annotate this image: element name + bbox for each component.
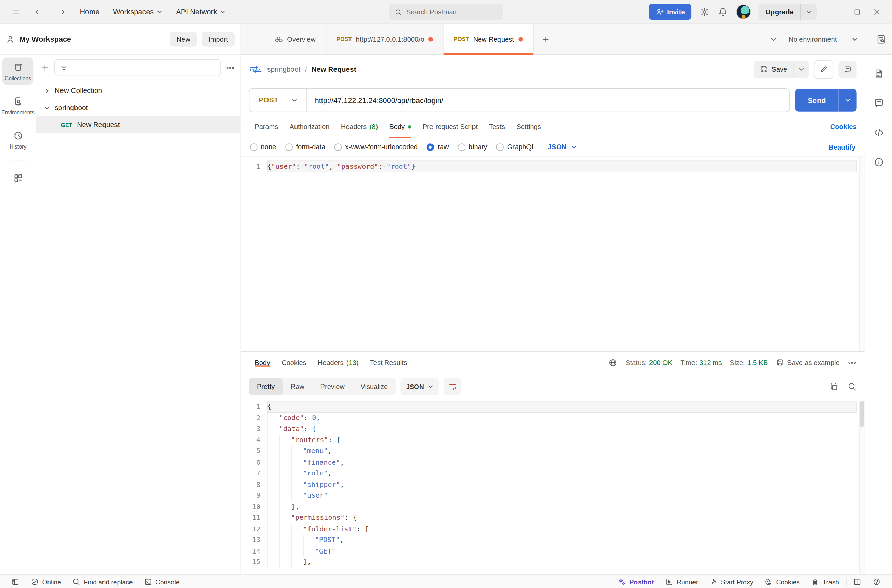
wrap-lines-button[interactable] <box>444 378 461 395</box>
beautify-link[interactable]: Beautify <box>829 143 856 151</box>
sidebar-item-collections[interactable]: Collections <box>2 57 34 85</box>
code-line[interactable]: 12"folder-list": [ <box>241 524 865 535</box>
code-line[interactable]: 6"finance", <box>241 457 865 468</box>
nav-api-network[interactable]: API Network <box>171 4 230 19</box>
workspace-switcher[interactable]: My Workspace <box>6 34 165 44</box>
main-menu-button[interactable] <box>7 4 25 19</box>
code-line[interactable]: 14"GET" <box>241 546 865 557</box>
body-type-x-www-form-urlencoded[interactable]: x-www-form-urlencoded <box>335 143 418 151</box>
code-line[interactable]: 5"menu", <box>241 446 865 457</box>
environment-quick-look-icon[interactable] <box>876 34 886 44</box>
back-button[interactable] <box>30 4 48 19</box>
two-pane-view-button[interactable] <box>848 578 867 585</box>
environment-selector[interactable]: No environment <box>783 35 864 43</box>
editor-scrollbar[interactable] <box>859 157 865 352</box>
response-language-selector[interactable]: JSON <box>400 378 439 395</box>
tab-headers[interactable]: Headers (8) <box>335 116 384 138</box>
code-line[interactable]: 2"code": 0, <box>241 412 865 424</box>
info-icon[interactable] <box>874 157 884 167</box>
code-line[interactable]: 9"user" <box>241 490 865 502</box>
tab-overview[interactable]: Overview <box>264 24 326 54</box>
notifications-bell-icon[interactable] <box>718 7 728 17</box>
send-button[interactable]: Send <box>795 89 838 112</box>
import-button[interactable]: Import <box>201 32 235 46</box>
save-as-example-button[interactable]: Save as example <box>776 358 840 366</box>
cookies-button[interactable]: Cookies <box>759 578 806 585</box>
rename-button[interactable] <box>814 61 833 78</box>
tree-item-new-collection[interactable]: New Collection <box>36 82 240 99</box>
console-button[interactable]: Console <box>138 578 185 585</box>
tab-params[interactable]: Params <box>249 116 284 138</box>
sidebar-item-more-blocks[interactable] <box>2 169 34 187</box>
response-size[interactable]: Size: 1.5 KB <box>730 358 767 366</box>
response-more-actions-icon[interactable] <box>848 358 857 368</box>
view-pretty-active[interactable]: Pretty <box>249 378 283 395</box>
copy-icon[interactable] <box>829 382 839 392</box>
view-raw[interactable]: Raw <box>283 378 312 395</box>
url-input[interactable] <box>307 89 789 112</box>
breadcrumb-collection[interactable]: springboot <box>267 66 300 74</box>
view-visualize[interactable]: Visualize <box>353 378 396 395</box>
add-collection-icon[interactable] <box>40 63 50 72</box>
body-type-form-data[interactable]: form-data <box>285 143 325 151</box>
body-type-raw-selected[interactable]: raw <box>427 143 449 151</box>
tree-item-new-request-selected[interactable]: GET New Request <box>36 116 240 133</box>
tab-settings[interactable]: Settings <box>511 116 547 138</box>
code-line[interactable]: 3"data": { <box>241 423 865 435</box>
view-preview[interactable]: Preview <box>312 378 353 395</box>
upgrade-button[interactable]: Upgrade <box>759 8 800 16</box>
code-line[interactable]: 1{ <box>241 401 865 412</box>
body-type-graphql[interactable]: GraphQL <box>496 143 535 151</box>
tab-tests[interactable]: Tests <box>484 116 511 138</box>
body-language-selector[interactable]: JSON <box>548 143 577 151</box>
comments-button[interactable] <box>838 61 856 78</box>
user-avatar[interactable] <box>736 4 751 19</box>
new-button[interactable]: New <box>170 32 197 46</box>
trash-button[interactable]: Trash <box>806 578 845 585</box>
code-line[interactable]: 10], <box>241 501 865 513</box>
tab-authorization[interactable]: Authorization <box>284 116 335 138</box>
cookies-link[interactable]: Cookies <box>830 123 857 131</box>
more-actions-icon[interactable] <box>225 63 235 72</box>
code-line[interactable]: 4"routers": [ <box>241 435 865 446</box>
tab-pre-request-script[interactable]: Pre-request Script <box>417 116 484 138</box>
request-body-editor[interactable]: 1{"user":·"root",·"password":·"root"} <box>241 156 865 352</box>
breadcrumb-request-name[interactable]: New Request <box>312 66 356 74</box>
code-line[interactable]: 1{"user":·"root",·"password":·"root"} <box>241 160 865 173</box>
start-proxy-button[interactable]: Start Proxy <box>704 578 759 585</box>
response-tab-body-active[interactable]: Body <box>249 358 276 366</box>
settings-gear-icon[interactable] <box>700 7 710 17</box>
tab-request-1[interactable]: POST http://127.0.0.1:8000/o <box>326 24 443 54</box>
response-status[interactable]: Status: 200 OK <box>626 358 672 366</box>
code-line[interactable]: 11"permissions": { <box>241 513 865 524</box>
new-tab-button[interactable] <box>533 24 557 54</box>
method-selector[interactable]: POST <box>249 89 307 112</box>
response-scrollbar[interactable] <box>859 399 865 574</box>
help-button[interactable] <box>867 578 886 585</box>
code-line[interactable]: 13"POST", <box>241 535 865 546</box>
tab-request-2-active[interactable]: POST New Request <box>443 24 533 54</box>
upgrade-dropdown-button[interactable] <box>801 9 817 15</box>
window-minimize-button[interactable] <box>828 0 848 24</box>
tab-list-chevron-icon[interactable] <box>770 36 777 42</box>
code-snippet-icon[interactable] <box>874 128 884 138</box>
response-body-viewer[interactable]: 1{2"code": 0,3"data": {4"routers": [5"me… <box>241 399 865 574</box>
global-search-input[interactable]: Search Postman <box>389 4 503 20</box>
save-dropdown-button[interactable] <box>794 67 809 72</box>
sidebar-item-environments[interactable]: Environments <box>2 92 34 119</box>
window-maximize-button[interactable] <box>848 0 867 24</box>
collections-filter-input[interactable] <box>54 59 221 76</box>
postbot-button[interactable]: Postbot <box>612 578 659 585</box>
invite-button[interactable]: Invite <box>649 4 692 20</box>
network-globe-icon[interactable] <box>608 358 618 368</box>
scrollbar-thumb[interactable] <box>860 401 864 427</box>
search-response-icon[interactable] <box>848 382 857 392</box>
connection-status[interactable]: Online <box>25 578 67 585</box>
find-and-replace-button[interactable]: Find and replace <box>67 578 138 585</box>
window-close-button[interactable] <box>867 0 886 24</box>
body-type-binary[interactable]: binary <box>458 143 487 151</box>
nav-workspaces[interactable]: Workspaces <box>109 4 167 19</box>
runner-button[interactable]: Runner <box>659 578 704 585</box>
send-dropdown-button[interactable] <box>839 89 857 112</box>
code-line[interactable]: 7"role", <box>241 468 865 479</box>
